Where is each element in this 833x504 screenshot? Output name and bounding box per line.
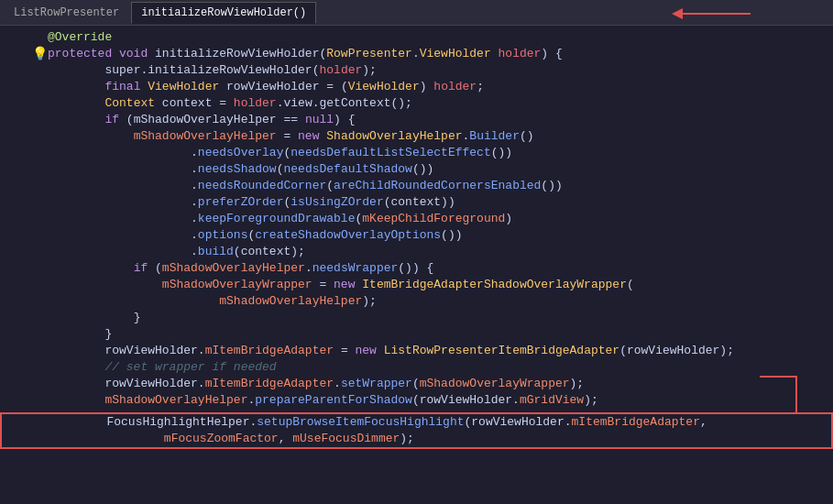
line-content: Context context = holder.view.getContext… <box>48 95 829 112</box>
code-line: rowViewHolder.mItemBridgeAdapter = new L… <box>0 343 833 359</box>
code-line: .options(createShadowOverlayOptions()) <box>0 227 833 244</box>
code-line: @Override <box>0 29 833 46</box>
highlight-line: FocusHighlightHelper.setupBrowseItemFocu… <box>2 414 831 431</box>
line-content: .needsShadow(needsDefaultShadow()) <box>48 161 829 178</box>
code-line: .needsRoundedCorner(areChildRoundedCorne… <box>0 178 833 194</box>
code-line: .needsOverlay(needsDefaultListSelectEffe… <box>0 145 833 161</box>
line-content: super.initializeRowViewHolder(holder); <box>48 62 829 79</box>
line-content: mShadowOverlayWrapper = new ItemBridgeAd… <box>48 277 829 293</box>
line-content: .preferZOrder(isUsingZOrder(context)) <box>48 194 829 211</box>
line-content: .options(createShadowOverlayOptions()) <box>48 227 829 244</box>
line-content: mFocusZoomFactor, mUseFocusDimmer); <box>49 431 828 447</box>
code-line: .needsShadow(needsDefaultShadow()) <box>0 161 833 178</box>
code-line: mShadowOverlayWrapper = new ItemBridgeAd… <box>0 277 833 293</box>
code-line: .preferZOrder(isUsingZOrder(context)) <box>0 194 833 211</box>
code-line: Context context = holder.view.getContext… <box>0 95 833 112</box>
code-editor[interactable]: @Override 💡 protected void initializeRow… <box>0 26 833 504</box>
tab-bar: ListRowPresenter initializeRowViewHolder… <box>0 0 833 26</box>
line-content: mShadowOverlayHelper = new ShadowOverlay… <box>48 128 829 145</box>
line-content: mShadowOverlayHelper); <box>48 293 829 310</box>
line-content: @Override <box>48 29 829 46</box>
line-content: if (mShadowOverlayHelper.needsWrapper())… <box>48 260 829 277</box>
line-content: } <box>48 326 829 343</box>
tab-initialize-row-view-holder[interactable]: initializeRowViewHolder() <box>131 2 316 24</box>
tab-list-row-presenter[interactable]: ListRowPresenter <box>4 2 129 24</box>
code-line: if (mShadowOverlayHelper.needsWrapper())… <box>0 260 833 277</box>
code-line: 💡 protected void initializeRowViewHolder… <box>0 46 833 62</box>
line-content: FocusHighlightHelper.setupBrowseItemFocu… <box>49 414 828 431</box>
line-content: } <box>48 310 829 326</box>
code-line: } <box>0 310 833 326</box>
lightbulb-icon[interactable]: 💡 <box>31 46 48 62</box>
highlight-line: mFocusZoomFactor, mUseFocusDimmer); <box>2 431 831 447</box>
line-content: .needsRoundedCorner(areChildRoundedCorne… <box>48 178 829 194</box>
code-line: if (mShadowOverlayHelper == null) { <box>0 112 833 128</box>
line-content: if (mShadowOverlayHelper == null) { <box>48 112 829 128</box>
highlighted-code-block: FocusHighlightHelper.setupBrowseItemFocu… <box>0 412 833 449</box>
line-content: .build(context); <box>48 244 829 260</box>
line-content: final ViewHolder rowViewHolder = (ViewHo… <box>48 79 829 95</box>
line-content: .needsOverlay(needsDefaultListSelectEffe… <box>48 145 829 161</box>
line-content: .keepForegroundDrawable(mKeepChildForegr… <box>48 211 829 227</box>
code-line: mShadowOverlayHelper); <box>0 293 833 310</box>
code-line: .keepForegroundDrawable(mKeepChildForegr… <box>0 211 833 227</box>
line-content: rowViewHolder.mItemBridgeAdapter = new L… <box>48 343 829 359</box>
code-line: mShadowOverlayHelper = new ShadowOverlay… <box>0 128 833 145</box>
code-line: .build(context); <box>0 244 833 260</box>
tab-arrow-icon <box>668 5 760 23</box>
code-line: } <box>0 326 833 343</box>
code-line: final ViewHolder rowViewHolder = (ViewHo… <box>0 79 833 95</box>
code-line: super.initializeRowViewHolder(holder); <box>0 62 833 79</box>
line-content: protected void initializeRowViewHolder(R… <box>48 46 829 62</box>
